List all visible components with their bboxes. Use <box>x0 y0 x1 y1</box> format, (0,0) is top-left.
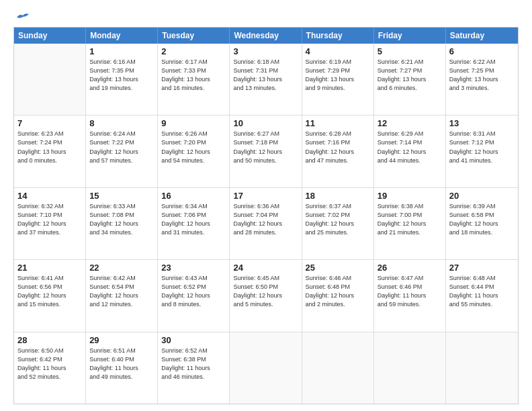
calendar-day-cell: 22Sunrise: 6:42 AM Sunset: 6:54 PM Dayli… <box>86 260 158 331</box>
calendar-day-cell: 3Sunrise: 6:18 AM Sunset: 7:31 PM Daylig… <box>230 44 302 115</box>
day-info: Sunrise: 6:41 AM Sunset: 6:56 PM Dayligh… <box>17 274 82 309</box>
day-number: 7 <box>17 118 82 128</box>
day-number: 22 <box>89 263 154 273</box>
day-number: 10 <box>233 118 298 128</box>
day-info: Sunrise: 6:47 AM Sunset: 6:46 PM Dayligh… <box>378 274 442 309</box>
calendar-day-cell: 2Sunrise: 6:17 AM Sunset: 7:33 PM Daylig… <box>158 44 230 115</box>
day-info: Sunrise: 6:18 AM Sunset: 7:31 PM Dayligh… <box>233 58 298 93</box>
day-number: 29 <box>89 335 154 345</box>
logo <box>13 12 30 20</box>
calendar-header-cell: Saturday <box>446 28 518 44</box>
calendar-day-cell: 17Sunrise: 6:36 AM Sunset: 7:04 PM Dayli… <box>230 188 302 259</box>
day-number: 6 <box>449 46 515 56</box>
day-number: 19 <box>378 191 442 201</box>
day-info: Sunrise: 6:16 AM Sunset: 7:35 PM Dayligh… <box>89 58 154 93</box>
day-number: 4 <box>306 46 370 56</box>
day-info: Sunrise: 6:19 AM Sunset: 7:29 PM Dayligh… <box>306 58 370 93</box>
day-number: 1 <box>89 46 154 56</box>
header <box>13 12 519 20</box>
page: SundayMondayTuesdayWednesdayThursdayFrid… <box>0 0 532 411</box>
day-number: 9 <box>161 118 226 128</box>
calendar-day-cell <box>446 332 518 404</box>
calendar-day-cell: 13Sunrise: 6:31 AM Sunset: 7:12 PM Dayli… <box>446 116 518 187</box>
day-number: 12 <box>378 118 442 128</box>
day-info: Sunrise: 6:43 AM Sunset: 6:52 PM Dayligh… <box>161 274 226 309</box>
calendar-week-row: 14Sunrise: 6:32 AM Sunset: 7:10 PM Dayli… <box>14 188 518 260</box>
calendar-week-row: 21Sunrise: 6:41 AM Sunset: 6:56 PM Dayli… <box>14 260 518 332</box>
calendar-day-cell: 5Sunrise: 6:21 AM Sunset: 7:27 PM Daylig… <box>374 44 446 115</box>
day-info: Sunrise: 6:26 AM Sunset: 7:20 PM Dayligh… <box>161 130 226 165</box>
day-info: Sunrise: 6:29 AM Sunset: 7:14 PM Dayligh… <box>378 130 442 165</box>
day-number: 8 <box>89 118 154 128</box>
calendar-day-cell: 23Sunrise: 6:43 AM Sunset: 6:52 PM Dayli… <box>158 260 230 331</box>
logo-bird-icon <box>15 12 30 23</box>
day-number: 2 <box>161 46 226 56</box>
day-info: Sunrise: 6:24 AM Sunset: 7:22 PM Dayligh… <box>89 130 154 165</box>
day-number: 24 <box>233 263 298 273</box>
calendar-header-cell: Monday <box>86 28 158 44</box>
day-info: Sunrise: 6:37 AM Sunset: 7:02 PM Dayligh… <box>306 202 370 237</box>
day-info: Sunrise: 6:23 AM Sunset: 7:24 PM Dayligh… <box>17 130 82 165</box>
day-info: Sunrise: 6:31 AM Sunset: 7:12 PM Dayligh… <box>449 130 515 165</box>
calendar-header-cell: Thursday <box>302 28 374 44</box>
day-info: Sunrise: 6:38 AM Sunset: 7:00 PM Dayligh… <box>378 202 442 237</box>
calendar-day-cell: 6Sunrise: 6:22 AM Sunset: 7:25 PM Daylig… <box>446 44 518 115</box>
day-number: 25 <box>306 263 370 273</box>
calendar-header-cell: Sunday <box>14 28 86 44</box>
calendar-day-cell: 24Sunrise: 6:45 AM Sunset: 6:50 PM Dayli… <box>230 260 302 331</box>
calendar-day-cell: 26Sunrise: 6:47 AM Sunset: 6:46 PM Dayli… <box>374 260 446 331</box>
calendar: SundayMondayTuesdayWednesdayThursdayFrid… <box>13 27 519 404</box>
calendar-day-cell: 7Sunrise: 6:23 AM Sunset: 7:24 PM Daylig… <box>14 116 86 187</box>
day-number: 14 <box>17 191 82 201</box>
day-info: Sunrise: 6:48 AM Sunset: 6:44 PM Dayligh… <box>449 274 515 309</box>
day-number: 30 <box>161 335 226 345</box>
calendar-day-cell: 21Sunrise: 6:41 AM Sunset: 6:56 PM Dayli… <box>14 260 86 331</box>
calendar-day-cell: 27Sunrise: 6:48 AM Sunset: 6:44 PM Dayli… <box>446 260 518 331</box>
day-info: Sunrise: 6:50 AM Sunset: 6:42 PM Dayligh… <box>17 347 82 381</box>
day-number: 17 <box>233 191 298 201</box>
day-number: 3 <box>233 46 298 56</box>
calendar-day-cell: 9Sunrise: 6:26 AM Sunset: 7:20 PM Daylig… <box>158 116 230 187</box>
day-info: Sunrise: 6:42 AM Sunset: 6:54 PM Dayligh… <box>89 274 154 309</box>
calendar-header-row: SundayMondayTuesdayWednesdayThursdayFrid… <box>14 28 518 44</box>
calendar-day-cell: 29Sunrise: 6:51 AM Sunset: 6:40 PM Dayli… <box>86 332 158 404</box>
calendar-day-cell: 19Sunrise: 6:38 AM Sunset: 7:00 PM Dayli… <box>374 188 446 259</box>
day-number: 11 <box>306 118 370 128</box>
day-number: 5 <box>378 46 442 56</box>
calendar-day-cell: 20Sunrise: 6:39 AM Sunset: 6:58 PM Dayli… <box>446 188 518 259</box>
calendar-header-cell: Tuesday <box>158 28 230 44</box>
calendar-day-cell: 25Sunrise: 6:46 AM Sunset: 6:48 PM Dayli… <box>302 260 374 331</box>
calendar-day-cell: 18Sunrise: 6:37 AM Sunset: 7:02 PM Dayli… <box>302 188 374 259</box>
day-info: Sunrise: 6:22 AM Sunset: 7:25 PM Dayligh… <box>449 58 515 93</box>
calendar-week-row: 1Sunrise: 6:16 AM Sunset: 7:35 PM Daylig… <box>14 44 518 116</box>
day-info: Sunrise: 6:39 AM Sunset: 6:58 PM Dayligh… <box>449 202 515 237</box>
calendar-day-cell <box>230 332 302 404</box>
day-info: Sunrise: 6:51 AM Sunset: 6:40 PM Dayligh… <box>89 347 154 381</box>
calendar-week-row: 28Sunrise: 6:50 AM Sunset: 6:42 PM Dayli… <box>14 332 518 404</box>
calendar-week-row: 7Sunrise: 6:23 AM Sunset: 7:24 PM Daylig… <box>14 116 518 187</box>
day-info: Sunrise: 6:46 AM Sunset: 6:48 PM Dayligh… <box>306 274 370 309</box>
day-number: 26 <box>378 263 442 273</box>
day-info: Sunrise: 6:52 AM Sunset: 6:38 PM Dayligh… <box>161 347 226 381</box>
day-info: Sunrise: 6:27 AM Sunset: 7:18 PM Dayligh… <box>233 130 298 165</box>
day-number: 16 <box>161 191 226 201</box>
day-number: 20 <box>449 191 515 201</box>
day-info: Sunrise: 6:21 AM Sunset: 7:27 PM Dayligh… <box>378 58 442 93</box>
calendar-day-cell <box>14 44 86 115</box>
calendar-day-cell: 14Sunrise: 6:32 AM Sunset: 7:10 PM Dayli… <box>14 188 86 259</box>
day-number: 18 <box>306 191 370 201</box>
calendar-day-cell: 15Sunrise: 6:33 AM Sunset: 7:08 PM Dayli… <box>86 188 158 259</box>
calendar-day-cell: 28Sunrise: 6:50 AM Sunset: 6:42 PM Dayli… <box>14 332 86 404</box>
day-number: 13 <box>449 118 515 128</box>
day-info: Sunrise: 6:32 AM Sunset: 7:10 PM Dayligh… <box>17 202 82 237</box>
day-number: 15 <box>89 191 154 201</box>
day-number: 28 <box>17 335 82 345</box>
calendar-day-cell: 1Sunrise: 6:16 AM Sunset: 7:35 PM Daylig… <box>86 44 158 115</box>
calendar-day-cell: 12Sunrise: 6:29 AM Sunset: 7:14 PM Dayli… <box>374 116 446 187</box>
day-info: Sunrise: 6:28 AM Sunset: 7:16 PM Dayligh… <box>306 130 370 165</box>
day-info: Sunrise: 6:36 AM Sunset: 7:04 PM Dayligh… <box>233 202 298 237</box>
calendar-day-cell: 8Sunrise: 6:24 AM Sunset: 7:22 PM Daylig… <box>86 116 158 187</box>
day-number: 23 <box>161 263 226 273</box>
day-info: Sunrise: 6:33 AM Sunset: 7:08 PM Dayligh… <box>89 202 154 237</box>
calendar-body: 1Sunrise: 6:16 AM Sunset: 7:35 PM Daylig… <box>14 44 518 404</box>
